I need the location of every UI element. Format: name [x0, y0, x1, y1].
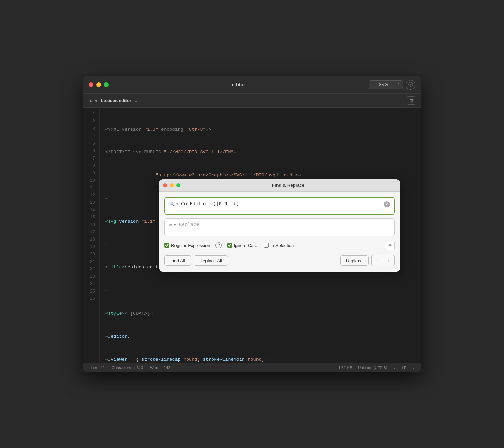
nav-up-icon[interactable]: ▲: [89, 98, 93, 103]
code-line-10: →#editor,↵: [105, 333, 415, 340]
options-row: Regular Expression ? Ignore Case In Sele…: [164, 241, 395, 250]
search-chevron-icon[interactable]: ▾: [176, 202, 178, 206]
status-characters: Characters: 1,613: [112, 366, 143, 370]
regular-expression-label: Regular Expression: [171, 243, 210, 248]
ignore-case-checkbox[interactable]: [227, 243, 232, 248]
replace-all-button[interactable]: Replace All: [194, 255, 228, 266]
line-num-10: 10: [89, 177, 95, 184]
replace-icon-wrap: ✏ ▾: [169, 222, 176, 227]
code-line-8: ↵: [105, 287, 415, 294]
line-num-5: 5: [89, 140, 95, 147]
line-num-15: 15: [89, 214, 95, 221]
close-button[interactable]: [89, 82, 93, 87]
code-line-3: "http://www.w3.org/Graphics/SVG/1.1/DTD/…: [105, 172, 415, 179]
encoding-chevron[interactable]: ⌄: [393, 365, 396, 370]
line-num-18: 18: [89, 236, 95, 243]
line-numbers: 1 2 3 4 5 6 7 8 9 10 11 12 13 14 15 16 1…: [83, 108, 100, 363]
line-num-19: 19: [89, 243, 95, 251]
desktop: editor SVG ⓘ ▲ ▼ besides editor ⌄ ⊞: [0, 0, 504, 448]
window-title: editor: [109, 82, 369, 88]
search-icon: 🔍: [169, 201, 175, 206]
find-replace-dialog: Find & Replace 🔍 ▾ CotEditor v([0-9.]+) …: [159, 179, 400, 272]
new-tab-button[interactable]: ⊞: [407, 96, 415, 105]
find-all-button[interactable]: Find All: [164, 255, 191, 266]
line-num-11: 11: [89, 184, 95, 191]
line-num-14: 14: [89, 206, 95, 214]
line-num-21: 21: [89, 258, 95, 265]
replace-button[interactable]: Replace: [340, 255, 369, 266]
prev-match-button[interactable]: ‹: [372, 255, 383, 266]
in-selection-checkbox[interactable]: [264, 243, 269, 248]
clear-search-button[interactable]: ✕: [384, 201, 390, 207]
search-icon-wrap: 🔍 ▾: [169, 201, 178, 206]
dialog-title-bar: Find & Replace: [159, 179, 400, 192]
status-lines: Lines: 49: [89, 366, 105, 370]
navigation-arrows: ▲ ▼: [89, 98, 98, 103]
pencil-icon: ✏: [169, 222, 173, 227]
status-bar: Lines: 49 Characters: 1,613 Words: 242 1…: [83, 363, 421, 372]
line-num-9: 9: [89, 170, 95, 177]
next-match-button[interactable]: ›: [383, 255, 394, 266]
line-num-24: 24: [89, 280, 95, 287]
status-size: 1.61 KB: [338, 366, 352, 370]
line-num-8: 8: [89, 162, 95, 169]
line-num-3: 3: [89, 125, 95, 132]
regular-expression-checkbox[interactable]: [164, 243, 169, 248]
code-line-11: →#viewer { stroke-linecap:round; stroke-…: [105, 356, 415, 363]
replace-input[interactable]: Replace: [179, 222, 199, 227]
dialog-minimize-button[interactable]: [170, 183, 174, 187]
ignore-case-label: Ignore Case: [234, 243, 258, 248]
line-num-6: 6: [89, 147, 95, 154]
status-right: 1.61 KB Unicode (UTF-8) ⌄ LF ⌄: [338, 365, 415, 370]
line-num-1: 1: [89, 110, 95, 118]
line-num-25: 25: [89, 288, 95, 295]
line-num-2: 2: [89, 118, 95, 125]
code-line-9: <style><![CDATA[↵: [105, 310, 415, 317]
title-bar-controls: SVG ⓘ: [369, 80, 415, 90]
line-num-22: 22: [89, 265, 95, 273]
dialog-title: Find & Replace: [180, 183, 396, 188]
dialog-close-button[interactable]: [163, 183, 167, 187]
title-bar: editor SVG ⓘ: [83, 76, 421, 94]
in-selection-option[interactable]: In Selection: [264, 243, 294, 248]
dialog-body: 🔍 ▾ CotEditor v([0-9.]+) ✕ ✏ ▾ Replace: [159, 192, 400, 272]
line-num-16: 16: [89, 221, 95, 228]
file-type-selector[interactable]: SVG: [369, 80, 403, 89]
line-num-7: 7: [89, 155, 95, 162]
replace-field[interactable]: ✏ ▾ Replace: [164, 218, 395, 236]
nav-down-icon[interactable]: ▼: [94, 98, 98, 103]
code-line-2: <!DOCTYPE svg PUBLIC "-//W3C//DTD SVG 1.…: [105, 149, 415, 156]
status-words: Words: 242: [150, 366, 170, 370]
in-selection-label: In Selection: [270, 243, 294, 248]
toolbar-right: ⊞: [407, 96, 415, 105]
maximize-button[interactable]: [104, 82, 109, 87]
dialog-traffic-lights: [163, 183, 180, 187]
regular-expression-option[interactable]: Regular Expression: [164, 243, 210, 248]
navigation-buttons: ‹ ›: [371, 255, 395, 266]
editor-window: editor SVG ⓘ ▲ ▼ besides editor ⌄ ⊞: [83, 76, 421, 372]
line-num-4: 4: [89, 132, 95, 140]
breadcrumb: besides editor: [101, 98, 131, 103]
replace-chevron-icon[interactable]: ▾: [174, 223, 176, 227]
line-ending-chevron[interactable]: ⌄: [412, 365, 415, 370]
line-num-26: 26: [89, 295, 95, 302]
line-num-20: 20: [89, 251, 95, 258]
line-num-12: 12: [89, 192, 95, 199]
search-input-value[interactable]: CotEditor v([0-9.]+): [181, 201, 384, 207]
status-line-ending: LF: [402, 366, 406, 370]
dialog-maximize-button[interactable]: [176, 183, 180, 187]
file-type-selector-wrap: SVG: [369, 80, 403, 89]
line-num-13: 13: [89, 199, 95, 206]
toolbar: ▲ ▼ besides editor ⌄ ⊞: [83, 94, 421, 108]
line-num-17: 17: [89, 228, 95, 236]
info-button[interactable]: ⓘ: [406, 80, 415, 90]
extra-options-button[interactable]: ☺: [385, 241, 395, 250]
regex-help-button[interactable]: ?: [215, 242, 222, 248]
buttons-row: Find All Replace All Replace ‹ ›: [164, 255, 395, 266]
status-encoding: Unicode (UTF-8): [358, 366, 387, 370]
minimize-button[interactable]: [96, 82, 101, 87]
right-buttons: Replace ‹ ›: [340, 255, 395, 266]
search-field[interactable]: 🔍 ▾ CotEditor v([0-9.]+) ✕: [164, 197, 395, 215]
line-num-23: 23: [89, 273, 95, 280]
ignore-case-option[interactable]: Ignore Case: [227, 243, 258, 248]
